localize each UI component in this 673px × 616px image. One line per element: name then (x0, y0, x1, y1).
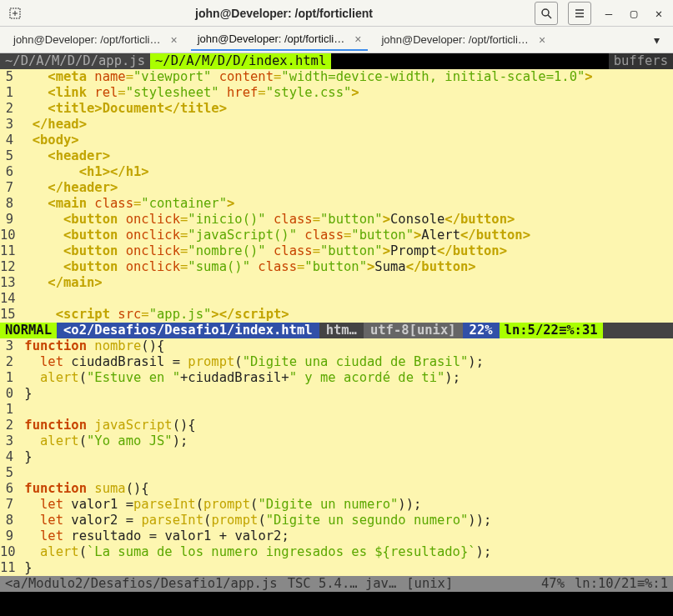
buffer-tab[interactable]: ~/D/A/M/D/D/index.html (150, 53, 331, 69)
file-path: <o2/Desafios/Desafio1/index.html (57, 323, 319, 338)
pane-top[interactable]: 5 <meta name="viewport" content="width=d… (0, 69, 673, 323)
close-icon[interactable]: × (171, 33, 178, 47)
filetype: htm… (319, 323, 364, 338)
statusline-bottom: <a/Modulo2/Desafios/Desafio1/app.js TSC … (0, 576, 673, 592)
new-tab-button[interactable] (7, 5, 23, 22)
tab-dropdown[interactable]: ▾ (647, 33, 666, 47)
encoding: utf-8[unix] (364, 323, 463, 338)
buffers-label[interactable]: buffers (609, 53, 673, 69)
position: ln:10/21≡%:1 (570, 576, 673, 592)
terminal-tab[interactable]: john@Developer: /opt/forticli…× (374, 30, 552, 50)
buffer-tabs: ~/D/A/M/D/D/app.js ~/D/A/M/D/D/index.htm… (0, 53, 673, 69)
pane-bottom[interactable]: 3 function nombre(){ 2 let ciudadBrasil … (0, 338, 673, 576)
window-title: john@Developer: /opt/forticlient (33, 7, 535, 20)
menu-button[interactable] (568, 2, 591, 25)
terminal-tab[interactable]: john@Developer: /opt/forticli…× (191, 29, 369, 51)
buffer-tab[interactable]: ~/D/A/M/D/D/app.js (0, 53, 150, 69)
position: ln:5/22≡%:31 (500, 323, 603, 338)
mode: NORMAL (0, 323, 57, 338)
percent: 22% (463, 323, 500, 338)
statusline-top: NORMAL <o2/Desafios/Desafio1/index.html … (0, 323, 673, 338)
file-path: <a/Modulo2/Desafios/Desafio1/app.js (0, 576, 283, 592)
terminal-tabbar: john@Developer: /opt/forticli…× john@Dev… (0, 27, 673, 53)
percent: 47% (536, 576, 570, 592)
terminal-tab[interactable]: john@Developer: /opt/forticli…× (7, 30, 184, 50)
maximize-button[interactable]: ▢ (626, 6, 641, 21)
svg-point-1 (542, 9, 549, 16)
minimize-button[interactable]: — (601, 6, 616, 21)
close-icon[interactable]: × (539, 33, 545, 47)
encoding: [unix] (401, 576, 458, 592)
titlebar: john@Developer: /opt/forticlient — ▢ ✕ (0, 0, 673, 27)
editor[interactable]: ~/D/A/M/D/D/app.js ~/D/A/M/D/D/index.htm… (0, 53, 673, 616)
close-icon[interactable]: × (354, 33, 361, 46)
search-button[interactable] (535, 2, 558, 25)
close-button[interactable]: ✕ (651, 6, 666, 21)
filetype: TSC 5.4.… jav… (283, 576, 402, 592)
